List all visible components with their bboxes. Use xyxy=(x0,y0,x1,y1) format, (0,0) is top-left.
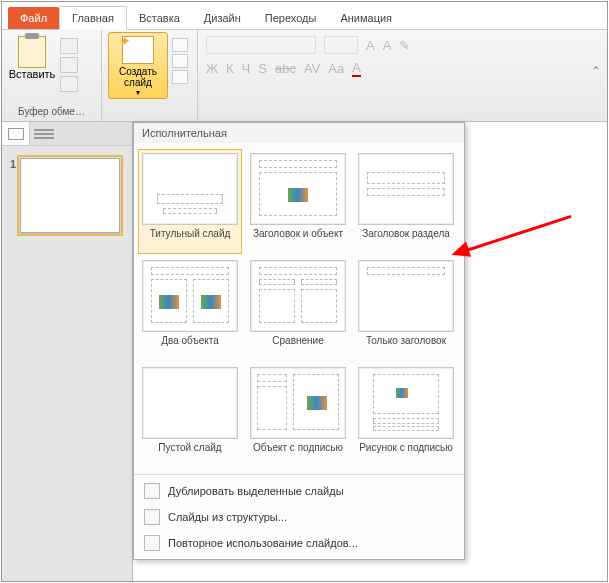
reuse-slides-cmd[interactable]: Повторное использование слайдов... xyxy=(134,530,464,556)
layout-label: Два объекта xyxy=(161,335,219,357)
tab-insert[interactable]: Вставка xyxy=(127,7,192,29)
outline-icon xyxy=(144,509,160,525)
layout-label: Объект с подписью xyxy=(253,442,343,464)
layout-label: Заголовок и объект xyxy=(253,228,343,250)
layout-thumb xyxy=(250,153,346,225)
tab-animation[interactable]: Анимация xyxy=(328,7,404,29)
layout-content[interactable]: Заголовок и объект xyxy=(246,149,350,254)
tab-file[interactable]: Файл xyxy=(8,7,59,29)
change-case-button[interactable]: Aa xyxy=(328,61,344,76)
annotation-arrow xyxy=(457,252,577,255)
font-color-button[interactable]: A xyxy=(352,60,361,77)
ribbon-collapse-icon[interactable]: ⌃ xyxy=(591,64,601,78)
font-size-combo[interactable] xyxy=(324,36,358,54)
new-slide-button[interactable]: Создать слайд ▾ xyxy=(108,32,168,99)
layout-section[interactable]: Заголовок раздела xyxy=(354,149,458,254)
paste-label: Вставить xyxy=(9,68,56,80)
layout-label: Заголовок раздела xyxy=(362,228,450,250)
tab-transitions[interactable]: Переходы xyxy=(253,7,329,29)
layout-compare[interactable]: Сравнение xyxy=(246,256,350,361)
clipboard-icon xyxy=(18,36,46,68)
duplicate-slides-cmd[interactable]: Дублировать выделенные слайды xyxy=(134,478,464,504)
layout-thumb xyxy=(250,260,346,332)
slide-number: 1 xyxy=(10,158,16,233)
section-button[interactable] xyxy=(172,70,188,84)
format-painter-button[interactable] xyxy=(60,76,78,92)
ribbon-tabs: Файл Главная Вставка Дизайн Переходы Ани… xyxy=(2,2,607,30)
layout-only-title[interactable]: Только заголовок xyxy=(354,256,458,361)
cut-button[interactable] xyxy=(60,38,78,54)
paste-button[interactable]: Вставить xyxy=(8,32,56,92)
layout-picture[interactable]: Рисунок с подписью xyxy=(354,363,458,468)
slide-thumbnail[interactable] xyxy=(20,158,120,233)
ribbon: Вставить Буфер обме… Создать слайд ▾ xyxy=(2,30,607,122)
layout-blank[interactable]: Пустой слайд xyxy=(138,363,242,468)
shadow-button[interactable]: S xyxy=(258,61,267,76)
layout-button[interactable] xyxy=(172,38,188,52)
layout-thumb xyxy=(250,367,346,439)
clipboard-group-label: Буфер обме… xyxy=(8,104,95,119)
shrink-font-button[interactable]: A xyxy=(383,38,392,53)
grow-font-button[interactable]: A xyxy=(366,38,375,53)
dropdown-header: Исполнительная xyxy=(134,123,464,143)
new-slide-icon xyxy=(122,36,154,64)
layout-thumb xyxy=(142,367,238,439)
layout-thumb xyxy=(358,260,454,332)
duplicate-icon xyxy=(144,483,160,499)
reuse-icon xyxy=(144,535,160,551)
layout-thumb xyxy=(142,153,238,225)
reset-button[interactable] xyxy=(172,54,188,68)
new-slide-dropdown: Исполнительная Титульный слайдЗаголовок … xyxy=(133,122,465,560)
layout-thumb xyxy=(358,367,454,439)
strike-button[interactable]: abc xyxy=(275,61,296,76)
layout-caption[interactable]: Объект с подписью xyxy=(246,363,350,468)
tab-design[interactable]: Дизайн xyxy=(192,7,253,29)
layout-label: Сравнение xyxy=(272,335,323,357)
bold-button[interactable]: Ж xyxy=(206,61,218,76)
copy-button[interactable] xyxy=(60,57,78,73)
layout-thumb xyxy=(358,153,454,225)
new-slide-label: Создать слайд xyxy=(111,66,165,88)
italic-button[interactable]: К xyxy=(226,61,234,76)
chevron-down-icon: ▾ xyxy=(136,88,140,97)
tab-home[interactable]: Главная xyxy=(59,6,127,30)
layout-thumb xyxy=(142,260,238,332)
layout-label: Рисунок с подписью xyxy=(359,442,453,464)
thumbnails-tab[interactable] xyxy=(2,122,30,145)
layout-title[interactable]: Титульный слайд xyxy=(138,149,242,254)
underline-button[interactable]: Ч xyxy=(242,61,251,76)
layout-label: Титульный слайд xyxy=(150,228,231,250)
layout-label: Пустой слайд xyxy=(158,442,221,464)
slide-panel: 1 xyxy=(2,122,133,581)
layout-label: Только заголовок xyxy=(366,335,446,357)
font-family-combo[interactable] xyxy=(206,36,316,54)
outline-tab[interactable] xyxy=(30,122,132,145)
clear-format-button[interactable]: ✎ xyxy=(399,38,410,53)
slides-from-outline-cmd[interactable]: Слайды из структуры... xyxy=(134,504,464,530)
char-spacing-button[interactable]: AV xyxy=(304,61,320,76)
layout-two[interactable]: Два объекта xyxy=(138,256,242,361)
